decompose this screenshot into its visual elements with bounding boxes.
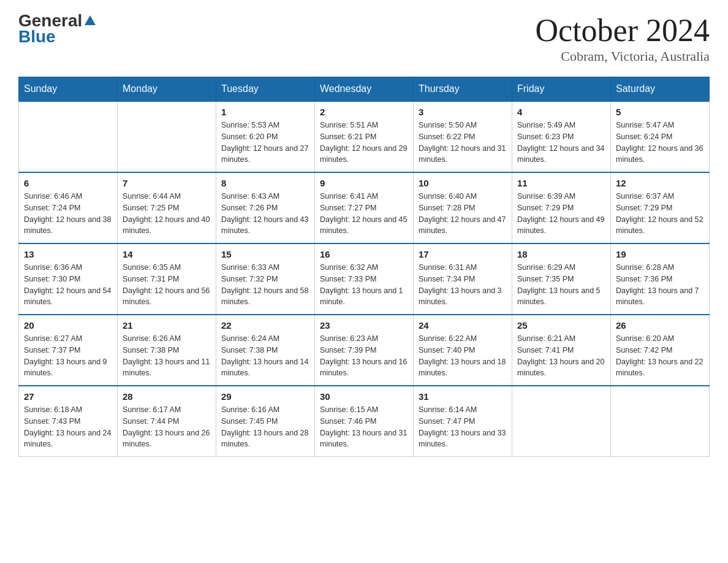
calendar-header-wednesday: Wednesday <box>315 77 414 102</box>
calendar-cell: 13Sunrise: 6:36 AMSunset: 7:30 PMDayligh… <box>19 243 118 315</box>
day-number: 12 <box>616 178 704 188</box>
day-number: 2 <box>320 107 408 117</box>
location-text: Cobram, Victoria, Australia <box>536 48 710 64</box>
calendar-cell: 8Sunrise: 6:43 AMSunset: 7:26 PMDaylight… <box>216 172 315 243</box>
day-number: 24 <box>419 320 507 331</box>
day-number: 14 <box>123 249 211 259</box>
calendar-week-row: 20Sunrise: 6:27 AMSunset: 7:37 PMDayligh… <box>19 315 710 386</box>
day-info: Sunrise: 6:23 AMSunset: 7:39 PMDaylight:… <box>320 333 408 379</box>
calendar-cell: 5Sunrise: 5:47 AMSunset: 6:24 PMDaylight… <box>611 101 710 172</box>
calendar-cell: 2Sunrise: 5:51 AMSunset: 6:21 PMDaylight… <box>315 101 414 172</box>
day-number: 20 <box>24 320 112 331</box>
calendar-cell: 26Sunrise: 6:20 AMSunset: 7:42 PMDayligh… <box>611 315 710 386</box>
svg-marker-0 <box>85 15 96 25</box>
day-number: 4 <box>517 107 605 117</box>
day-number: 10 <box>419 178 507 188</box>
day-number: 17 <box>419 249 507 259</box>
day-info: Sunrise: 6:35 AMSunset: 7:31 PMDaylight:… <box>123 262 211 308</box>
day-info: Sunrise: 6:16 AMSunset: 7:45 PMDaylight:… <box>221 404 309 450</box>
calendar-cell: 1Sunrise: 5:53 AMSunset: 6:20 PMDaylight… <box>216 101 315 172</box>
day-number: 7 <box>123 178 211 188</box>
day-info: Sunrise: 5:50 AMSunset: 6:22 PMDaylight:… <box>419 120 507 166</box>
calendar-header-tuesday: Tuesday <box>216 77 315 102</box>
day-info: Sunrise: 5:47 AMSunset: 6:24 PMDaylight:… <box>616 120 704 166</box>
day-number: 28 <box>123 391 211 402</box>
calendar-cell: 25Sunrise: 6:21 AMSunset: 7:41 PMDayligh… <box>512 315 611 386</box>
calendar-cell: 17Sunrise: 6:31 AMSunset: 7:34 PMDayligh… <box>414 243 512 315</box>
calendar-cell: 14Sunrise: 6:35 AMSunset: 7:31 PMDayligh… <box>118 243 216 315</box>
page-header: General Blue October 2024 Cobram, Victor… <box>18 12 710 64</box>
day-info: Sunrise: 6:41 AMSunset: 7:27 PMDaylight:… <box>320 191 408 237</box>
day-number: 11 <box>517 178 605 188</box>
calendar-cell <box>118 101 216 172</box>
day-info: Sunrise: 5:49 AMSunset: 6:23 PMDaylight:… <box>517 120 605 166</box>
calendar-cell: 3Sunrise: 5:50 AMSunset: 6:22 PMDaylight… <box>414 101 512 172</box>
day-info: Sunrise: 5:51 AMSunset: 6:21 PMDaylight:… <box>320 120 408 166</box>
day-number: 8 <box>221 178 309 188</box>
day-number: 13 <box>24 249 112 259</box>
day-info: Sunrise: 6:14 AMSunset: 7:47 PMDaylight:… <box>419 404 507 450</box>
month-title: October 2024 <box>536 12 710 48</box>
calendar-header-row: SundayMondayTuesdayWednesdayThursdayFrid… <box>19 77 710 102</box>
day-number: 27 <box>24 391 112 402</box>
day-number: 21 <box>123 320 211 331</box>
calendar-cell: 24Sunrise: 6:22 AMSunset: 7:40 PMDayligh… <box>414 315 512 386</box>
day-info: Sunrise: 6:29 AMSunset: 7:35 PMDaylight:… <box>517 262 605 308</box>
calendar-cell: 6Sunrise: 6:46 AMSunset: 7:24 PMDaylight… <box>19 172 118 243</box>
calendar-cell <box>611 386 710 457</box>
calendar-cell: 20Sunrise: 6:27 AMSunset: 7:37 PMDayligh… <box>19 315 118 386</box>
calendar-week-row: 13Sunrise: 6:36 AMSunset: 7:30 PMDayligh… <box>19 243 710 315</box>
calendar-cell: 11Sunrise: 6:39 AMSunset: 7:29 PMDayligh… <box>512 172 611 243</box>
day-info: Sunrise: 6:46 AMSunset: 7:24 PMDaylight:… <box>24 191 112 237</box>
calendar-header-friday: Friday <box>512 77 611 102</box>
calendar-cell: 21Sunrise: 6:26 AMSunset: 7:38 PMDayligh… <box>118 315 216 386</box>
day-number: 30 <box>320 391 408 402</box>
day-info: Sunrise: 6:32 AMSunset: 7:33 PMDaylight:… <box>320 262 408 308</box>
day-info: Sunrise: 6:31 AMSunset: 7:34 PMDaylight:… <box>419 262 507 308</box>
day-number: 29 <box>221 391 309 402</box>
calendar-cell: 19Sunrise: 6:28 AMSunset: 7:36 PMDayligh… <box>611 243 710 315</box>
day-info: Sunrise: 6:28 AMSunset: 7:36 PMDaylight:… <box>616 262 704 308</box>
day-number: 31 <box>419 391 507 402</box>
calendar-week-row: 1Sunrise: 5:53 AMSunset: 6:20 PMDaylight… <box>19 101 710 172</box>
calendar-cell: 4Sunrise: 5:49 AMSunset: 6:23 PMDaylight… <box>512 101 611 172</box>
day-number: 16 <box>320 249 408 259</box>
calendar-cell: 22Sunrise: 6:24 AMSunset: 7:38 PMDayligh… <box>216 315 315 386</box>
calendar-cell: 30Sunrise: 6:15 AMSunset: 7:46 PMDayligh… <box>315 386 414 457</box>
calendar-week-row: 27Sunrise: 6:18 AMSunset: 7:43 PMDayligh… <box>19 386 710 457</box>
day-number: 18 <box>517 249 605 259</box>
day-info: Sunrise: 6:27 AMSunset: 7:37 PMDaylight:… <box>24 333 112 379</box>
day-number: 3 <box>419 107 507 117</box>
day-info: Sunrise: 6:26 AMSunset: 7:38 PMDaylight:… <box>123 333 211 379</box>
calendar-cell: 16Sunrise: 6:32 AMSunset: 7:33 PMDayligh… <box>315 243 414 315</box>
day-info: Sunrise: 6:37 AMSunset: 7:29 PMDaylight:… <box>616 191 704 237</box>
day-number: 25 <box>517 320 605 331</box>
calendar-cell: 18Sunrise: 6:29 AMSunset: 7:35 PMDayligh… <box>512 243 611 315</box>
calendar-cell: 9Sunrise: 6:41 AMSunset: 7:27 PMDaylight… <box>315 172 414 243</box>
calendar-cell: 31Sunrise: 6:14 AMSunset: 7:47 PMDayligh… <box>414 386 512 457</box>
day-info: Sunrise: 5:53 AMSunset: 6:20 PMDaylight:… <box>221 120 309 166</box>
calendar-cell: 23Sunrise: 6:23 AMSunset: 7:39 PMDayligh… <box>315 315 414 386</box>
day-number: 26 <box>616 320 704 331</box>
calendar-cell: 27Sunrise: 6:18 AMSunset: 7:43 PMDayligh… <box>19 386 118 457</box>
day-number: 5 <box>616 107 704 117</box>
day-info: Sunrise: 6:15 AMSunset: 7:46 PMDaylight:… <box>320 404 408 450</box>
day-info: Sunrise: 6:33 AMSunset: 7:32 PMDaylight:… <box>221 262 309 308</box>
logo-area: General Blue <box>18 12 98 47</box>
day-number: 6 <box>24 178 112 188</box>
day-number: 9 <box>320 178 408 188</box>
calendar-table: SundayMondayTuesdayWednesdayThursdayFrid… <box>18 77 710 457</box>
calendar-cell <box>19 101 118 172</box>
day-number: 15 <box>221 249 309 259</box>
calendar-cell: 7Sunrise: 6:44 AMSunset: 7:25 PMDaylight… <box>118 172 216 243</box>
calendar-cell <box>512 386 611 457</box>
day-number: 19 <box>616 249 704 259</box>
calendar-header-thursday: Thursday <box>414 77 512 102</box>
day-info: Sunrise: 6:44 AMSunset: 7:25 PMDaylight:… <box>123 191 211 237</box>
day-info: Sunrise: 6:21 AMSunset: 7:41 PMDaylight:… <box>517 333 605 379</box>
calendar-cell: 15Sunrise: 6:33 AMSunset: 7:32 PMDayligh… <box>216 243 315 315</box>
day-info: Sunrise: 6:24 AMSunset: 7:38 PMDaylight:… <box>221 333 309 379</box>
calendar-cell: 29Sunrise: 6:16 AMSunset: 7:45 PMDayligh… <box>216 386 315 457</box>
day-number: 23 <box>320 320 408 331</box>
day-info: Sunrise: 6:43 AMSunset: 7:26 PMDaylight:… <box>221 191 309 237</box>
